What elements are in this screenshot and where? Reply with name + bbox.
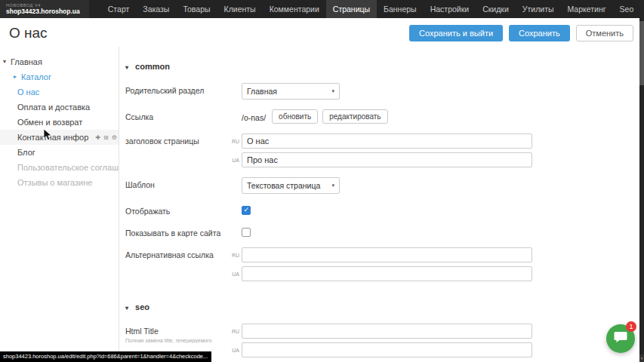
sidebar-item-label: Главная [11,57,42,66]
sidebar-item-exchange-return[interactable]: Обмен и возврат [0,115,119,130]
main-menu: Старт Заказы Товары Клиенты Комментарии … [101,0,644,18]
lang-ru-label: RU [230,253,239,258]
lang-ua-label: UA [230,158,239,163]
chevron-down-icon[interactable]: ▾ [3,58,6,65]
sidebar-item-label: Обмен и возврат [17,118,82,127]
menu-item-start[interactable]: Старт [101,0,137,18]
sidebar-item-blog[interactable]: Блог [0,145,119,160]
chat-bubble-icon [614,331,627,346]
sidebar-item-store-reviews[interactable]: Отзывы о магазине [0,175,119,190]
lang-ua-label: UA [230,272,239,277]
parent-section-select[interactable]: Главная ▾ [242,83,340,100]
sidebar-item-label: О нас [17,87,39,97]
menu-item-seo[interactable]: Seo [613,0,641,18]
pages-tree-sidebar: ▾ Главная ▸ Каталог О нас Оплата и доста… [0,47,119,362]
alt-link-ua-input[interactable] [242,266,532,281]
link-edit-button[interactable]: редактировать [322,109,387,124]
link-row: Ссылка /o-nas/ обновить редактировать [125,109,644,124]
menu-item-banners[interactable]: Баннеры [377,0,424,18]
lang-ua-label: UA [230,348,239,353]
scrollbar-thumb[interactable] [639,21,644,85]
section-seo-title: seo [135,302,149,311]
section-common-header[interactable]: ▾ common [125,62,644,71]
page-title-ru-input[interactable] [242,133,532,149]
page-title-ua-input[interactable] [242,152,532,167]
parent-section-value: Главная [247,87,277,96]
scroll-down-arrow[interactable]: ▾ [639,354,644,362]
template-select[interactable]: Текстовая страница ▾ [242,177,340,194]
tree-item-actions: ✚ ⊞ ⚙ [95,135,119,141]
template-label: Шаблон [125,177,230,194]
alt-link-label: Альтернативная ссылка [125,247,230,281]
section-common-title: common [135,62,170,71]
lang-ru-label: RU [230,329,239,334]
chevron-down-icon: ▾ [331,88,334,94]
move-icon[interactable]: ✚ [95,135,100,141]
alt-link-ru-input[interactable] [242,247,532,262]
page-header: О нас Сохранить и выйти Сохранить Отмени… [0,18,644,47]
sidebar-item-home[interactable]: ▾ Главная [0,54,119,69]
link-value: /o-nas/ [242,111,266,122]
app-window: НОВОВВОД V4 shop34423.horoshop.ua Старт … [0,0,644,362]
menu-item-comments[interactable]: Комментарии [263,0,326,18]
template-value: Текстовая страница [247,181,320,190]
section-seo-header[interactable]: ▾ seo [125,302,644,311]
cancel-button[interactable]: Отменить [576,25,633,41]
sidebar-item-label: Каталог [21,72,51,81]
sidebar-item-catalog[interactable]: ▸ Каталог [0,69,119,84]
edit-form: ▾ common Родительский раздел Главная ▾ [119,47,644,362]
sidebar-item-label: Блог [17,148,35,157]
sidebar-item-label: Пользовательское соглашение [17,163,119,172]
page-title: О нас [9,25,48,41]
menu-item-discounts[interactable]: Скидки [476,0,516,18]
html-title-label-text: Html Title [125,327,159,336]
page-body: ▾ Главная ▸ Каталог О нас Оплата и доста… [0,47,644,362]
display-row: Отображать [125,204,644,216]
vertical-scrollbar[interactable]: ▾ [639,0,644,362]
status-url-tooltip: shop34423.horoshop.ua/edit/edit.php?id=6… [0,351,211,362]
gear-icon[interactable]: ⚙ [112,135,117,141]
save-and-exit-button[interactable]: Сохранить и выйти [409,25,503,41]
page-title-row: заголовок страницы RU UA [125,133,644,167]
page-title-label: заголовок страницы [125,133,230,167]
parent-section-row: Родительский раздел Главная ▾ [125,83,644,100]
brand-block[interactable]: НОВОВВОД V4 shop34423.horoshop.ua [0,0,89,18]
menu-item-settings[interactable]: Настройки [424,0,476,18]
sitemap-row: Показывать в карте сайта [125,225,644,238]
menu-item-pages[interactable]: Страницы [326,0,377,18]
html-title-hint: Полная замена title, генерируемого [125,338,227,343]
chevron-down-icon: ▾ [331,183,334,189]
header-buttons: Сохранить и выйти Сохранить Отменить [409,25,633,41]
top-navigation-bar: НОВОВВОД V4 shop34423.horoshop.ua Старт … [0,0,644,18]
chevron-right-icon[interactable]: ▸ [14,73,17,80]
link-label: Ссылка [125,109,230,124]
menu-item-marketing[interactable]: Маркетинг [561,0,613,18]
chat-launcher-button[interactable]: 1 [606,324,635,353]
sitemap-checkbox[interactable] [242,228,251,237]
menu-item-clients[interactable]: Клиенты [217,0,263,18]
sidebar-item-label: Оплата и доставка [17,103,90,112]
chevron-down-icon: ▾ [125,64,128,71]
brand-domain-label: shop34423.horoshop.ua [6,8,80,15]
html-title-ua-input[interactable] [242,342,532,357]
lang-ru-label: RU [230,139,239,144]
display-checkbox[interactable] [242,206,251,215]
sidebar-item-label: Отзывы о магазине [17,178,92,187]
parent-section-label: Родительский раздел [125,83,230,100]
sidebar-item-user-agreement[interactable]: Пользовательское соглашение [0,160,119,175]
save-button[interactable]: Сохранить [509,25,570,41]
menu-item-utilities[interactable]: Утилиты [516,0,561,18]
sidebar-item-payment-delivery[interactable]: Оплата и доставка [0,100,119,115]
sidebar-item-label: Контактная инфор [17,133,88,142]
sidebar-item-about[interactable]: О нас [0,84,119,100]
html-title-ru-input[interactable] [242,324,532,339]
link-update-button[interactable]: обновить [272,109,318,124]
menu-item-orders[interactable]: Заказы [136,0,176,18]
alt-link-row: Альтернативная ссылка RU UA [125,247,644,281]
sidebar-item-contact-info[interactable]: Контактная инфор ✚ ⊞ ⚙ [0,130,119,145]
menu-item-products[interactable]: Товары [176,0,217,18]
template-row: Шаблон Текстовая страница ▾ [125,177,644,194]
sitemap-label: Показывать в карте сайта [125,225,230,238]
chat-unread-badge: 1 [626,321,636,332]
add-page-icon[interactable]: ⊞ [103,135,109,141]
